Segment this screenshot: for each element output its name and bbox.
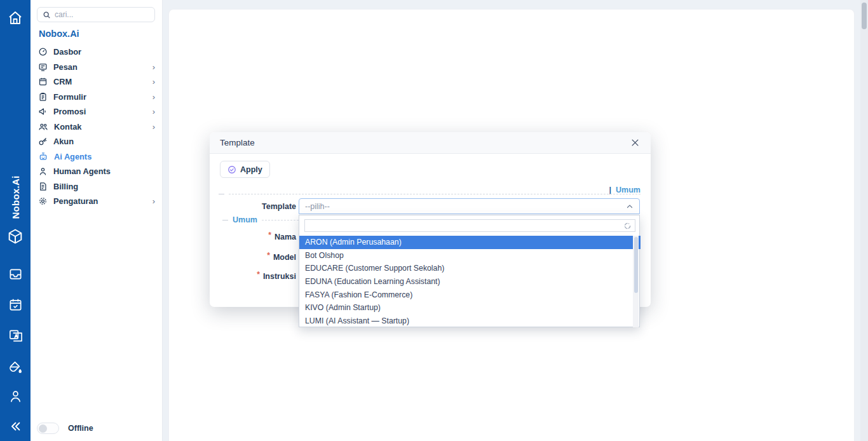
sidebar-item-crm[interactable]: CRM › xyxy=(31,74,163,90)
search-icon xyxy=(43,11,51,19)
modal-template-select[interactable]: --pilih-- xyxy=(299,198,640,214)
sidebar-item-pesan[interactable]: Pesan › xyxy=(31,60,163,75)
template-select-dropdown: ARON (Admin Perusahaan) Bot Olshop EDUCA… xyxy=(299,215,640,327)
dashboard-icon xyxy=(38,47,48,57)
offline-label: Offline xyxy=(68,424,93,433)
sidebar-item-dasbor[interactable]: Dasbor xyxy=(31,44,163,60)
message-icon xyxy=(38,62,48,72)
chevron-right-icon: › xyxy=(153,196,155,206)
sidebar-search[interactable] xyxy=(37,7,155,22)
home-icon[interactable] xyxy=(0,10,31,25)
gear-icon xyxy=(38,196,48,206)
dropdown-search-input[interactable] xyxy=(309,221,624,230)
page-scrollbar[interactable] xyxy=(860,0,868,441)
search-input[interactable] xyxy=(55,10,149,19)
app-rail: Nobox.Ai xyxy=(0,0,31,441)
collapse-sidebar-icon[interactable] xyxy=(0,419,31,433)
modal-umum-legend: Umum xyxy=(222,215,299,224)
key-icon xyxy=(38,137,48,146)
sidebar: Nobox.Ai Dasbor Pesan › CRM › Formulir ›… xyxy=(31,0,163,441)
profile-icon[interactable] xyxy=(0,389,31,404)
chevron-right-icon: › xyxy=(153,62,155,72)
inbox-icon[interactable] xyxy=(0,267,31,282)
offline-toggle-row: Offline xyxy=(37,423,93,434)
sidebar-brand: Nobox.Ai xyxy=(39,29,79,39)
modal-header: Template xyxy=(210,132,651,154)
clipboard-icon xyxy=(38,92,48,102)
modal-nama-label: Nama xyxy=(222,229,296,245)
chevron-right-icon: › xyxy=(153,92,155,102)
chevron-right-icon: › xyxy=(153,107,155,116)
check-circle-icon xyxy=(227,165,236,174)
modal-close-icon[interactable] xyxy=(630,138,641,148)
modal-instruksi-label: Instruksi xyxy=(222,268,296,284)
dropdown-search[interactable] xyxy=(304,219,635,232)
crm-icon xyxy=(38,77,48,86)
apply-button[interactable]: Apply xyxy=(220,161,270,178)
modal-model-label: Model xyxy=(222,249,296,265)
robot-icon xyxy=(38,152,48,161)
sidebar-menu: Dasbor Pesan › CRM › Formulir › Promosi … xyxy=(31,44,163,209)
pages-translate-icon[interactable] xyxy=(0,329,31,343)
modal-title: Template xyxy=(220,138,630,147)
rail-brand-vertical: Nobox.Ai xyxy=(0,162,31,232)
sidebar-item-billing[interactable]: Billing xyxy=(31,179,163,194)
dropdown-scrollbar[interactable] xyxy=(633,236,639,327)
dropdown-option-lumi[interactable]: LUMI (AI Assistant — Startup) xyxy=(299,315,641,328)
people-icon xyxy=(38,122,48,132)
modal-template-label: Template xyxy=(222,198,296,214)
chevron-up-icon xyxy=(626,203,634,210)
nobox-cube-icon[interactable] xyxy=(0,227,31,245)
megaphone-icon xyxy=(38,107,48,116)
chevron-right-icon: › xyxy=(153,77,155,86)
calendar-check-icon[interactable] xyxy=(0,297,31,312)
modal-anchor-umum[interactable]: Umum xyxy=(609,186,641,194)
dropdown-option-kivo[interactable]: KIVO (Admin Startup) xyxy=(299,301,641,315)
dropdown-option-eduna[interactable]: EDUNA (Education Learning Assistant) xyxy=(299,275,641,288)
sidebar-item-formulir[interactable]: Formulir › xyxy=(31,90,163,105)
paint-drop-icon[interactable] xyxy=(0,360,31,374)
person-icon xyxy=(38,166,48,176)
dropdown-option-bot-olshop[interactable]: Bot Olshop xyxy=(299,249,641,262)
sidebar-item-kontak[interactable]: Kontak › xyxy=(31,119,163,135)
sidebar-item-human-agents[interactable]: Human Agents xyxy=(31,164,163,179)
dropdown-option-educare[interactable]: EDUCARE (Customer Support Sekolah) xyxy=(299,262,641,275)
spinner-icon xyxy=(624,222,631,229)
chevron-right-icon: › xyxy=(153,122,155,132)
sidebar-item-akun[interactable]: Akun xyxy=(31,134,163,149)
modal-divider xyxy=(219,194,641,194)
dropdown-option-aron[interactable]: ARON (Admin Perusahaan) xyxy=(299,236,641,249)
sidebar-item-pengaturan[interactable]: Pengaturan › xyxy=(31,194,163,209)
offline-toggle[interactable] xyxy=(37,423,59,434)
sidebar-item-promosi[interactable]: Promosi › xyxy=(31,104,163,119)
sidebar-item-ai-agents[interactable]: Ai Agents xyxy=(31,149,163,165)
dropdown-option-fasya[interactable]: FASYA (Fashion E-Commerce) xyxy=(299,288,641,301)
dropdown-option-list: ARON (Admin Perusahaan) Bot Olshop EDUCA… xyxy=(299,236,641,328)
invoice-icon xyxy=(38,182,48,191)
